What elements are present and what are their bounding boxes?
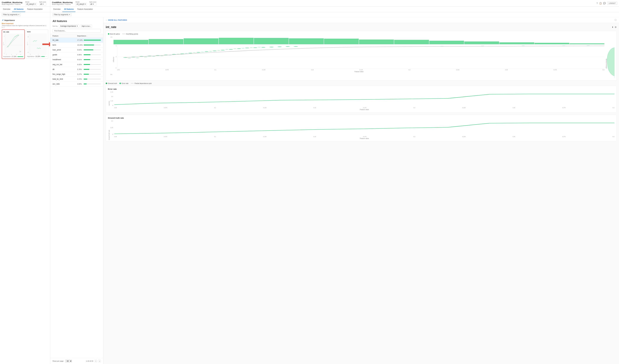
left-split-select[interactable]: all ▼ (39, 3, 46, 5)
feature-row-fico-range-high[interactable]: fico_range_high 5.17% (50, 72, 103, 77)
svg-point-86 (237, 48, 241, 49)
search-features-input[interactable] (53, 29, 101, 33)
show-all-features-back-btn[interactable]: ← SHOW ALL FEATURES (106, 19, 127, 21)
feature-row-dti[interactable]: dti 5.78% (50, 67, 103, 72)
svg-point-21 (15, 36, 15, 37)
prev-page-btn[interactable]: ‹ (95, 360, 97, 362)
svg-text:0.3: 0.3 (20, 54, 21, 55)
pagination-info: 1-10 of 24 (86, 360, 93, 362)
feature-name-dti: dti (53, 68, 77, 70)
svg-point-15 (12, 40, 12, 40)
importance-title: Importance (4, 19, 15, 21)
feature-row-avg-cur-bal[interactable]: avg_cur_bal 6.42% (50, 62, 103, 67)
right-tab-featureassoc[interactable]: Feature Association (75, 7, 95, 12)
feature-row-installment[interactable]: installment 6.61% (50, 57, 103, 62)
left-filter-segments-btn[interactable]: Filter by segments ▼ (2, 13, 21, 16)
feature-card-int-rate[interactable]: int_rate 1 0 -1 (2, 29, 25, 59)
feature-row-total-bc-limit[interactable]: total_bc_limit 3.72% (50, 77, 103, 81)
sort-value: Average importance (60, 25, 76, 27)
svg-text:0.2: 0.2 (16, 54, 17, 55)
legend-error-rate-dot: Error rate (119, 82, 128, 84)
left-model-label: Model (25, 1, 37, 3)
svg-point-106 (225, 49, 228, 50)
error-rate-x-label: Feature value (114, 109, 614, 110)
left-model-value: v3_story3 (26, 3, 34, 5)
svg-point-82 (204, 51, 209, 52)
detail-info-icon[interactable]: ⓘ (615, 19, 617, 21)
feature-row-term[interactable]: term 10.26% (50, 43, 103, 48)
svg-point-91 (278, 46, 282, 47)
logout-button[interactable]: LOGOUT (607, 2, 617, 5)
right-model-chevron: ▼ (84, 3, 86, 5)
filter-chevron-icon: ▼ (18, 14, 19, 15)
svg-point-54 (35, 40, 35, 41)
sort-dir-btn[interactable]: High to low ↓ (81, 25, 92, 27)
right-split-select[interactable]: all ▼ (89, 3, 96, 5)
svg-point-113 (521, 45, 525, 46)
svg-point-84 (221, 50, 225, 51)
legend-bestfit: Best-fit spline (108, 33, 120, 35)
left-app-info: CreditRisk_Monitoring Model diagnostics … (2, 1, 22, 5)
feature-row-grade[interactable]: grade 6.86% (50, 52, 103, 57)
feature-row-int-rate[interactable]: int_rate 17.10% (50, 38, 103, 43)
rows-per-page-select[interactable]: 10 25 50 (65, 360, 72, 363)
svg-point-26 (17, 35, 18, 35)
feature-row-acc-ratio[interactable]: acc_ratio 3.00% (50, 81, 103, 86)
svg-point-109 (250, 47, 253, 48)
detail-feature-title: int_rate (106, 25, 116, 29)
svg-text:F...: F... (38, 54, 39, 55)
svg-point-94 (128, 58, 131, 58)
feature-importance-term: 10.26% (77, 44, 101, 46)
right-tab-allfeatures[interactable]: All features (62, 7, 75, 12)
help-icon-btn[interactable]: ? (597, 2, 598, 4)
svg-point-62 (39, 48, 39, 49)
right-model-group: Model v3_story3 ▼ (75, 1, 87, 5)
svg-point-60 (38, 48, 38, 49)
svg-point-112 (481, 46, 484, 46)
right-tab-overview[interactable]: Overview (51, 7, 62, 12)
svg-point-102 (193, 52, 196, 53)
left-tab-overview[interactable]: Overview (1, 7, 12, 12)
feature-name-int-rate: int_rate (53, 39, 77, 41)
right-filter-segments-btn[interactable]: Filter by segments ▼ (53, 13, 71, 16)
svg-point-7 (8, 46, 8, 47)
importance-label-int-rate: Importance (3, 56, 11, 57)
left-app-title: CreditRisk_Monitoring (2, 1, 22, 3)
docs-icon-btn[interactable]: 📋 (599, 2, 602, 4)
svg-point-96 (144, 57, 147, 57)
feature-name-total-bc-limit: total_bc_limit (53, 78, 77, 80)
importance-arrow-icon: ↗ (2, 19, 3, 21)
download-icon-btn[interactable]: ⬇ (612, 26, 614, 28)
left-split-chevron: ▼ (42, 3, 44, 5)
back-arrow-icon: ← (106, 19, 108, 21)
svg-point-24 (16, 35, 17, 36)
svg-point-51 (33, 41, 34, 41)
feature-name-fico-range-high: fico_range_high (53, 73, 77, 75)
svg-point-52 (34, 40, 34, 41)
svg-point-57 (36, 40, 37, 41)
left-model-select[interactable]: v3_story3 ▼ (25, 3, 37, 5)
feature-name-acc-ratio: acc_ratio (53, 83, 77, 85)
next-page-btn[interactable]: › (98, 360, 101, 362)
svg-point-108 (241, 48, 245, 49)
feature-row-loan-amnt[interactable]: loan_amnt 9.64% (50, 48, 103, 52)
settings-icon-btn[interactable]: ⚙ (615, 26, 617, 28)
sort-select[interactable]: Average importance ▼ (59, 25, 79, 28)
right-model-label: Model (75, 1, 87, 3)
svg-text:0: 0 (28, 44, 28, 45)
svg-point-23 (16, 36, 16, 36)
svg-point-56 (36, 40, 36, 41)
right-split-group: Split name all ▼ (89, 1, 96, 5)
cursor-hand-icon: ☞ (19, 50, 21, 53)
svg-text:0.1: 0.1 (11, 54, 12, 55)
left-tab-featureassoc[interactable]: Feature Association (25, 7, 44, 12)
left-tab-allfeatures[interactable]: All features (12, 7, 25, 12)
right-filter-chevron-icon: ▼ (69, 14, 70, 15)
right-model-select[interactable]: v3_story3 ▼ (75, 3, 87, 5)
message-icon-btn[interactable]: 💬 (603, 2, 606, 4)
svg-point-59 (37, 48, 38, 48)
feature-importance-grade: 6.86% (77, 54, 101, 56)
ground-truth-title: Ground truth rate (108, 117, 614, 119)
sort-dir-icon: ↓ (90, 25, 91, 27)
svg-point-34 (13, 40, 13, 40)
